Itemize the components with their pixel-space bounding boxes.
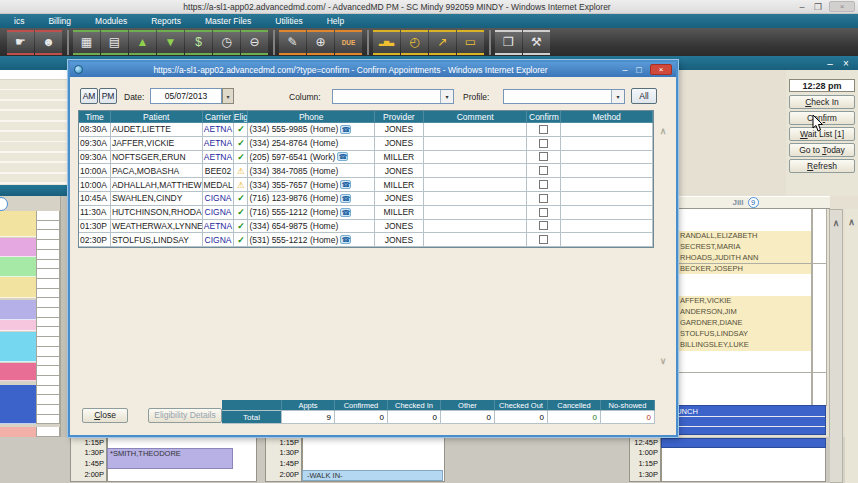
payment-down-icon[interactable]: ▼ bbox=[157, 30, 184, 55]
lunch-block[interactable]: LUNCH bbox=[668, 405, 826, 435]
due-stamp-icon[interactable]: DUE bbox=[335, 30, 362, 55]
phone-number: (716) 123-9876 (Home) bbox=[249, 193, 338, 203]
table-scroll-down-icon[interactable]: ∨ bbox=[656, 356, 670, 366]
dialog-close-icon[interactable]: × bbox=[650, 64, 672, 75]
am-button[interactable]: AM bbox=[80, 88, 98, 104]
left-appointment-block[interactable] bbox=[0, 320, 36, 331]
refresh-button[interactable]: Refresh bbox=[789, 159, 855, 173]
column-dropdown-icon[interactable]: ▾ bbox=[440, 90, 453, 103]
time-clock-icon[interactable]: ◷ bbox=[213, 30, 240, 55]
schedule-scrollbar[interactable]: ∧ bbox=[829, 209, 843, 483]
walk-in-block[interactable]: -WALK IN- bbox=[302, 470, 443, 481]
confirm-checkbox[interactable] bbox=[539, 194, 548, 203]
scroll-up-icon-2[interactable]: ∧ bbox=[845, 217, 858, 227]
app-close-icon[interactable]: × bbox=[838, 58, 854, 69]
eligibility-details-button[interactable]: Eligibility Details bbox=[148, 408, 222, 423]
outer-scrollbar[interactable]: ∧ bbox=[845, 209, 858, 483]
cell-confirm bbox=[527, 192, 561, 206]
provider-count-badge: 9 bbox=[748, 197, 759, 208]
left-appointment-block[interactable] bbox=[0, 300, 36, 320]
bar-chart-icon[interactable]: ▂▅▃ bbox=[373, 30, 400, 55]
confirm-checkbox[interactable] bbox=[539, 235, 548, 244]
menu-item-billing[interactable]: Billing bbox=[36, 16, 83, 26]
confirm-checkbox[interactable] bbox=[539, 152, 548, 161]
presentation-icon[interactable]: ▭ bbox=[457, 30, 484, 55]
check-in-button[interactable]: Check In bbox=[789, 95, 855, 109]
menu-item-ics[interactable]: ics bbox=[2, 16, 36, 26]
left-appointment-block[interactable] bbox=[0, 385, 36, 424]
charge-up-icon[interactable]: ▲ bbox=[129, 30, 156, 55]
all-button[interactable]: All bbox=[631, 88, 657, 104]
documents-icon[interactable]: ❐ bbox=[495, 30, 522, 55]
left-appointment-block[interactable] bbox=[0, 332, 36, 362]
patient-status-icon[interactable]: ☻ bbox=[35, 30, 62, 55]
cell-time: 11:30A bbox=[79, 206, 111, 220]
left-appointment-block[interactable] bbox=[0, 211, 36, 237]
cell-confirm bbox=[527, 151, 561, 165]
dialog-minimize-icon[interactable]: – bbox=[618, 65, 632, 75]
menu-item-reports[interactable]: Reports bbox=[139, 16, 193, 26]
cell-provider: MILLER bbox=[375, 178, 424, 192]
dialog-maximize-icon[interactable]: □ bbox=[632, 65, 646, 75]
confirm-checkbox[interactable] bbox=[539, 180, 548, 189]
date-input[interactable]: 05/07/2013 bbox=[150, 88, 222, 104]
phone-dial-icon[interactable]: ☎ bbox=[340, 125, 351, 134]
browser-title: https://a-sl1-app02.advancedmd.com/ - Ad… bbox=[0, 2, 794, 12]
app-minimize-icon[interactable]: – bbox=[822, 58, 838, 69]
lunch-block-continued[interactable] bbox=[661, 438, 826, 449]
money-icon[interactable]: $ bbox=[185, 30, 212, 55]
claim-review-icon[interactable]: ⊕ bbox=[307, 30, 334, 55]
column-select[interactable]: ▾ bbox=[332, 89, 454, 104]
confirm-checkbox[interactable] bbox=[539, 221, 548, 230]
cell-method bbox=[561, 137, 653, 151]
cell-method bbox=[561, 192, 653, 206]
menu-item-utilities[interactable]: Utilities bbox=[263, 16, 314, 26]
left-appointment-block[interactable] bbox=[0, 238, 36, 257]
left-appointment-block[interactable] bbox=[0, 277, 36, 298]
phone-dial-icon[interactable]: ☎ bbox=[340, 208, 351, 217]
totals-value-other: 0 bbox=[441, 411, 495, 424]
phone-dial-icon[interactable]: ☎ bbox=[337, 152, 348, 161]
appointment-block-smith[interactable]: *SMITH,THEODORE bbox=[107, 448, 233, 469]
pm-button[interactable]: PM bbox=[99, 88, 117, 104]
confirm-checkbox[interactable] bbox=[539, 125, 548, 134]
cell-time: 09:30A bbox=[79, 151, 111, 165]
table-scroll-up-icon[interactable]: ∧ bbox=[656, 126, 670, 136]
trend-chart-icon[interactable]: ↗ bbox=[429, 30, 456, 55]
browser-titlebar: https://a-sl1-app02.advancedmd.com/ - Ad… bbox=[0, 0, 858, 14]
phone-dial-icon[interactable]: ☎ bbox=[340, 194, 351, 203]
cell-method bbox=[561, 233, 653, 247]
left-appointment-block[interactable] bbox=[0, 363, 36, 381]
calculator-icon[interactable]: ▦ bbox=[73, 30, 100, 55]
menu-item-master-files[interactable]: Master Files bbox=[193, 16, 263, 26]
pointer-hand-icon[interactable]: ☛ bbox=[7, 30, 34, 55]
appointment-row: 09:30AJAFFER,VICKIEAETNA✓(334) 254-8764 … bbox=[79, 137, 653, 151]
scroll-up-icon[interactable]: ∧ bbox=[830, 218, 842, 228]
time-analysis-icon[interactable]: ◴ bbox=[401, 30, 428, 55]
profile-select[interactable]: ▾ bbox=[503, 89, 625, 104]
profile-dropdown-icon[interactable]: ▾ bbox=[611, 90, 624, 103]
schedule-cell[interactable] bbox=[107, 470, 257, 482]
left-appointment-block[interactable] bbox=[0, 257, 36, 277]
confirm-checkbox[interactable] bbox=[539, 139, 548, 148]
menu-item-help[interactable]: Help bbox=[315, 16, 356, 26]
schedule-cell[interactable] bbox=[661, 470, 826, 482]
close-icon[interactable]: × bbox=[829, 1, 855, 12]
restore-icon[interactable]: ❐ bbox=[810, 2, 826, 12]
close-button[interactable]: Close bbox=[82, 408, 128, 423]
charge-entry-icon[interactable]: ✎ bbox=[279, 30, 306, 55]
zoom-out-icon[interactable]: ⊖ bbox=[241, 30, 268, 55]
cell-elig: ✓ bbox=[234, 192, 248, 206]
phone-dial-icon[interactable]: ☎ bbox=[340, 235, 351, 244]
confirm-checkbox[interactable] bbox=[539, 208, 548, 217]
scheduler-grid-icon[interactable]: ▤ bbox=[101, 30, 128, 55]
admin-tools-icon[interactable]: ⚒ bbox=[523, 30, 550, 55]
phone-dial-icon[interactable]: ☎ bbox=[340, 180, 351, 189]
column-header-comment: Comment bbox=[424, 111, 528, 123]
minimize-icon[interactable]: – bbox=[794, 2, 810, 12]
date-dropdown-button[interactable]: ▾ bbox=[222, 88, 234, 104]
go-to-today-button[interactable]: Go to Today bbox=[789, 143, 855, 157]
confirm-checkbox[interactable] bbox=[539, 166, 548, 175]
provider-column-header[interactable]: Jill 9 bbox=[661, 196, 830, 209]
menu-item-modules[interactable]: Modules bbox=[83, 16, 139, 26]
